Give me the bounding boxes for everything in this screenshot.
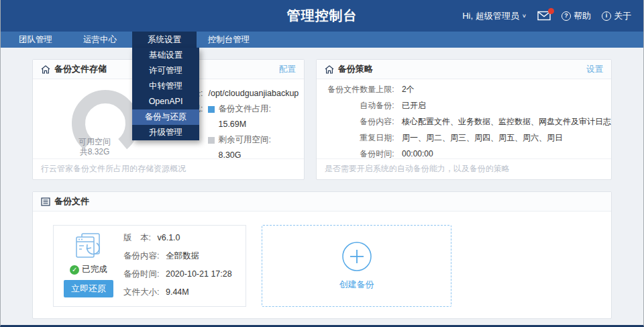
main-nav: 团队管理 运营中心 系统设置 控制台管理 [1,32,643,48]
user-menu[interactable]: Hi, 超级管理员 ∨ [462,10,527,22]
info-circle-icon: i [602,11,611,21]
backup-dir-value: /opt/cloudguanjiabackup [208,86,299,101]
admin-console-window: 管理控制台 Hi, 超级管理员 ∨ ? 帮助 i 关于 [0,0,644,327]
home-icon [325,65,334,74]
system-settings-dropdown: 基础设置 许可管理 中转管理 OpenAPI 备份与还原 升级管理 [132,48,199,140]
policy-row-value: 周一、周二、周三、周四、周五、周六、周日 [402,133,563,142]
nav-tab-team[interactable]: 团队管理 [3,32,68,48]
legend-free-swatch [208,137,215,144]
backup-row-label: 版 本: [123,233,151,242]
menu-item-basic-settings[interactable]: 基础设置 [132,48,199,63]
top-cards-row: 备份文件存储 配置 可用空间 共8.32G 备份目录: / [32,59,612,180]
question-circle-icon: ? [561,11,571,21]
chevron-down-icon: ∨ [522,13,527,19]
policy-row-label: 备份内容: [317,113,394,130]
backup-row-value: 9.44M [166,287,189,297]
backup-row-label: 备份时间: [123,269,159,279]
backup-item-details: 版 本: v6.1.0 备份内容: 全部数据 备份时间: 2020-10-21 … [123,226,232,306]
app-header: 管理控制台 Hi, 超级管理员 ∨ ? 帮助 i 关于 [1,0,643,32]
backup-policy-card: 备份策略 设置 备份文件数量上限: 2个 自动备份: 已开启 备份内容: 核心配… [316,59,612,180]
settings-link[interactable]: 设置 [586,64,603,75]
donut-label-line2: 共8.32G [80,147,110,156]
policy-row-value: 00:00:00 [402,149,433,158]
backup-row-label: 文件大小: [123,287,159,297]
create-backup-button[interactable]: 创建备份 [262,225,451,307]
nav-tab-operations[interactable]: 运营中心 [68,32,132,48]
about-button[interactable]: i 关于 [602,10,631,22]
about-label: 关于 [614,10,631,22]
home-icon [41,65,50,74]
menu-item-backup-restore[interactable]: 备份与还原 [132,109,199,125]
user-greeting: Hi, 超级管理员 [462,10,519,22]
nav-tab-console-mgmt[interactable]: 控制台管理 [197,32,261,48]
legend-used-label: 备份文件占用: [218,101,270,117]
create-backup-label: 创建备份 [339,279,374,291]
policy-row-label: 重复日期: [317,130,394,146]
backup-row-value: 全部数据 [166,251,199,261]
header-actions: Hi, 超级管理员 ∨ ? 帮助 i 关于 [462,0,631,32]
usage-legend: 备份文件占用: 15.69M 剩余可用空间: 8.30G [208,101,270,158]
policy-row-value: 已开启 [402,101,426,110]
backup-row-value: 2020-10-21 17:28 [166,269,232,279]
backup-row-label: 备份内容: [123,251,159,261]
backup-files-card: 备份文件 [32,191,612,319]
help-label: 帮助 [574,10,591,22]
backup-row-value: v6.1.0 [157,233,180,242]
files-card-title: 备份文件 [54,195,89,207]
check-circle-icon: ✓ [70,265,79,275]
legend-used-swatch [208,106,215,113]
free-value: 8.30G [218,148,270,158]
policy-row-label: 备份文件数量上限: [317,81,394,97]
status-badge: ✓ 已完成 [70,264,107,275]
storage-card-footer: 行云管家备份文件所占用的存储资源概况 [33,158,304,179]
menu-item-relay-mgmt[interactable]: 中转管理 [132,79,199,94]
policy-row-value: 核心配置文件、业务数据、监控数据、网盘文件及审计日志 [402,117,611,126]
help-button[interactable]: ? 帮助 [561,10,591,22]
backup-file-item: ✓ 已完成 立即还原 版 本: v6.1.0 备份内容: 全部数据 [53,225,246,307]
donut-label-line1: 可用空间 [78,137,111,146]
menu-item-openapi[interactable]: OpenAPI [132,94,199,109]
files-card-header: 备份文件 [33,192,611,212]
legend-free-label: 剩余可用空间: [218,132,270,148]
storage-card-title: 备份文件存储 [54,63,107,75]
menu-item-license-mgmt[interactable]: 许可管理 [132,63,199,79]
restore-files-icon [72,231,105,262]
main-content: 备份文件存储 配置 可用空间 共8.32G 备份目录: / [1,48,643,319]
list-icon [41,197,50,206]
used-value: 15.69M [218,117,270,132]
backup-item-left: ✓ 已完成 立即还原 [54,226,123,306]
menu-item-upgrade-mgmt[interactable]: 升级管理 [132,125,199,140]
mail-button[interactable] [537,11,551,21]
restore-now-button[interactable]: 立即还原 [64,280,113,297]
policy-card-title: 备份策略 [338,63,373,75]
status-label: 已完成 [82,264,107,275]
files-card-body: ✓ 已完成 立即还原 版 本: v6.1.0 备份内容: 全部数据 [33,212,611,320]
policy-card-header: 备份策略 设置 [317,60,611,79]
nav-tab-system-settings[interactable]: 系统设置 [132,32,197,48]
policy-card-body: 备份文件数量上限: 2个 自动备份: 已开启 备份内容: 核心配置文件、业务数据… [317,79,611,158]
policy-row-value: 2个 [402,85,415,94]
plus-icon [341,241,372,272]
policy-card-footer: 是否需要开启系统的自动备份能力，以及备份的策略 [317,158,611,179]
policy-row-label: 自动备份: [317,97,394,113]
configure-link[interactable]: 配置 [279,64,296,75]
notification-badge [548,8,554,14]
policy-row-label: 备份时间: [317,146,394,158]
